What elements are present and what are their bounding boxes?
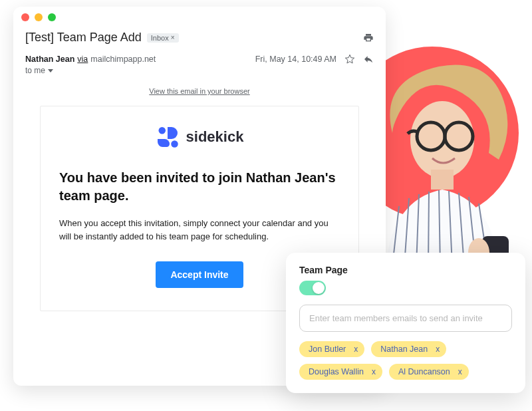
member-chip[interactable]: Douglas Wallinx xyxy=(299,364,382,380)
member-chips: Jon ButlerxNathan JeanxDouglas WallinxAl… xyxy=(299,341,512,380)
team-email-input[interactable] xyxy=(299,305,512,332)
invite-heading: You have been invited to join Nathan Jea… xyxy=(59,169,340,205)
invite-description: When you accept this invitation, simply … xyxy=(59,217,340,243)
member-chip[interactable]: Nathan Jeanx xyxy=(371,341,446,357)
team-page-toggle[interactable] xyxy=(299,281,326,295)
inbox-badge[interactable]: Inbox × xyxy=(147,33,179,43)
brand-row: sidekick xyxy=(59,125,340,149)
window-title-bar xyxy=(13,7,386,28)
email-subject: [Test] Team Page Add xyxy=(25,31,142,45)
window-minimize-dot[interactable] xyxy=(35,13,43,21)
email-from: Nathan Jean via mailchimpapp.net xyxy=(25,55,156,64)
window-close-dot[interactable] xyxy=(21,13,29,21)
reply-icon[interactable] xyxy=(363,54,374,65)
svg-point-17 xyxy=(171,140,178,148)
member-chip-label: Douglas Wallin xyxy=(309,367,364,376)
svg-rect-1 xyxy=(431,170,454,190)
inbox-badge-label: Inbox xyxy=(151,34,169,42)
star-icon[interactable] xyxy=(344,54,355,65)
sidekick-logo-icon xyxy=(156,125,180,149)
print-icon[interactable] xyxy=(363,33,374,43)
email-to-row[interactable]: to me xyxy=(13,66,386,80)
to-line: to me xyxy=(25,66,45,75)
inbox-badge-remove-icon[interactable]: × xyxy=(171,34,175,41)
chip-remove-icon[interactable]: x xyxy=(354,344,358,354)
svg-point-0 xyxy=(410,101,474,178)
chip-remove-icon[interactable]: x xyxy=(372,367,376,376)
window-zoom-dot[interactable] xyxy=(48,13,56,21)
chevron-down-icon xyxy=(48,69,53,72)
member-chip-label: Jon Butler xyxy=(309,344,346,354)
email-timestamp: Fri, May 14, 10:49 AM xyxy=(255,55,336,64)
brand-name: sidekick xyxy=(186,128,244,146)
from-name: Nathan Jean xyxy=(25,55,74,64)
team-page-card: Team Page Jon ButlerxNathan JeanxDouglas… xyxy=(286,253,525,393)
team-page-title: Team Page xyxy=(299,265,512,275)
accept-invite-button[interactable]: Accept Invite xyxy=(156,261,243,288)
svg-point-16 xyxy=(158,127,166,134)
member-chip[interactable]: Jon Butlerx xyxy=(299,341,364,357)
toggle-knob xyxy=(313,282,325,294)
member-chip-label: Nathan Jean xyxy=(380,344,428,354)
from-domain: mailchimpapp.net xyxy=(90,55,156,64)
member-chip-label: Al Duncanson xyxy=(398,367,450,376)
via-word: via xyxy=(77,55,88,64)
member-chip[interactable]: Al Duncansonx xyxy=(389,364,469,380)
view-in-browser-link[interactable]: View this email in your browser xyxy=(13,80,386,102)
chip-remove-icon[interactable]: x xyxy=(436,344,440,354)
chip-remove-icon[interactable]: x xyxy=(458,367,462,376)
